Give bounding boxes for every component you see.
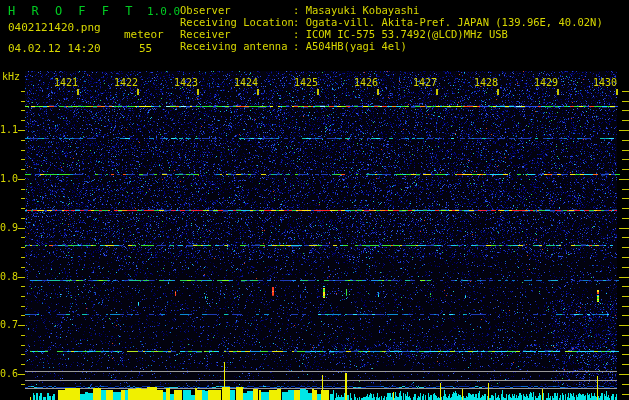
time-label: 1422	[114, 77, 138, 88]
freq-axis-unit: kHz	[2, 71, 20, 82]
station-row-label: Observer	[180, 4, 293, 16]
time-label: 1427	[413, 77, 437, 88]
capture-datetime: 04.02.12 14:20	[8, 42, 101, 55]
capture-mode: meteor	[124, 28, 164, 41]
app-version: 1.0.0	[147, 5, 180, 18]
time-label: 1424	[234, 77, 258, 88]
station-row-value: : Ogata-vill. Akita-Pref. JAPAN (139.96E…	[293, 16, 603, 28]
station-row: Observer: Masayuki Kobayashi	[180, 4, 625, 16]
time-label: 1430	[593, 77, 617, 88]
station-row-label: Receiving antenna	[180, 40, 293, 52]
station-row: Receiving antenna: A504HB(yagi 4el)	[180, 40, 625, 52]
app-title: H R O F F T	[8, 4, 137, 18]
station-row-value: : Masayuki Kobayashi	[293, 4, 419, 16]
time-label: 1429	[534, 77, 558, 88]
freq-label: 1.1	[0, 124, 17, 135]
time-label: 1423	[174, 77, 198, 88]
capture-filename: 0402121420.png	[8, 21, 101, 34]
station-row-label: Receiver	[180, 28, 293, 40]
freq-label: 0.6	[0, 368, 17, 379]
time-label: 1425	[294, 77, 318, 88]
station-info: Observer: Masayuki KobayashiReceiving Lo…	[180, 4, 625, 52]
time-label: 1428	[474, 77, 498, 88]
freq-label: 1.0	[0, 173, 17, 184]
hrofft-window: H R O F F T 1.0.0 0402121420.png meteor …	[0, 0, 629, 400]
freq-label: 0.9	[0, 222, 17, 233]
station-row-value: : ICOM IC-575 53.7492(@LCD)MHz USB	[293, 28, 508, 40]
capture-count: 55	[139, 42, 152, 55]
freq-label: 0.8	[0, 271, 17, 282]
station-row-label: Receiving Location	[180, 16, 293, 28]
station-row: Receiving Location: Ogata-vill. Akita-Pr…	[180, 16, 625, 28]
station-row-value: : A504HB(yagi 4el)	[293, 40, 407, 52]
station-row: Receiver: ICOM IC-575 53.7492(@LCD)MHz U…	[180, 28, 625, 40]
spectrogram-canvas	[0, 0, 629, 400]
time-label: 1421	[54, 77, 78, 88]
freq-label: 0.7	[0, 319, 17, 330]
time-label: 1426	[354, 77, 378, 88]
